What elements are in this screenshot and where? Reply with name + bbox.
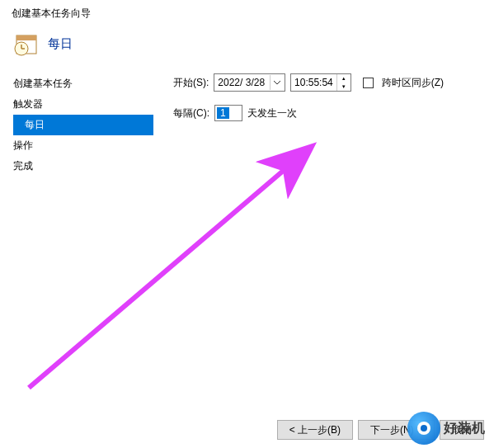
annotation-arrow-icon bbox=[21, 140, 326, 396]
wizard-sidebar: 创建基本任务 触发器 每日 操作 完成 bbox=[13, 73, 153, 177]
wizard-header: 每日 bbox=[0, 24, 494, 73]
spin-up-icon[interactable]: ▲ bbox=[337, 74, 351, 83]
calendar-clock-icon bbox=[13, 31, 40, 57]
time-picker[interactable]: 10:55:54 ▲ ▼ bbox=[290, 73, 351, 92]
interval-suffix: 天发生一次 bbox=[247, 106, 297, 120]
time-spinner[interactable]: ▲ ▼ bbox=[336, 74, 351, 91]
wizard-heading: 每日 bbox=[48, 36, 73, 52]
time-value: 10:55:54 bbox=[294, 77, 333, 88]
next-button[interactable]: 下一步(N) > bbox=[358, 420, 435, 440]
wizard-footer: < 上一步(B) 下一步(N) > 取消 bbox=[277, 420, 484, 440]
sidebar-item-daily[interactable]: 每日 bbox=[13, 115, 153, 135]
window-title: 创建基本任务向导 bbox=[0, 0, 494, 24]
sidebar-item-action[interactable]: 操作 bbox=[13, 135, 153, 156]
cancel-button[interactable]: 取消 bbox=[440, 420, 484, 440]
tz-sync-checkbox[interactable] bbox=[363, 78, 374, 88]
date-value: 2022/ 3/28 bbox=[218, 77, 265, 88]
sidebar-item-finish[interactable]: 完成 bbox=[13, 156, 153, 177]
svg-rect-1 bbox=[16, 35, 36, 40]
back-button[interactable]: < 上一步(B) bbox=[277, 420, 353, 440]
sidebar-item-create[interactable]: 创建基本任务 bbox=[13, 73, 153, 94]
interval-value: 1 bbox=[217, 107, 229, 119]
sidebar-item-trigger[interactable]: 触发器 bbox=[13, 94, 153, 115]
interval-label: 每隔(C): bbox=[173, 106, 209, 120]
chevron-down-icon[interactable] bbox=[270, 75, 283, 90]
spin-down-icon[interactable]: ▼ bbox=[337, 83, 351, 91]
start-label: 开始(S): bbox=[173, 76, 209, 90]
wizard-main: 开始(S): 2022/ 3/28 10:55:54 ▲ ▼ 跨时区同步(Z) … bbox=[153, 73, 487, 177]
date-picker[interactable]: 2022/ 3/28 bbox=[214, 73, 285, 92]
interval-input[interactable]: 1 bbox=[214, 105, 242, 121]
svg-line-5 bbox=[29, 149, 309, 388]
tz-sync-label: 跨时区同步(Z) bbox=[382, 76, 444, 90]
